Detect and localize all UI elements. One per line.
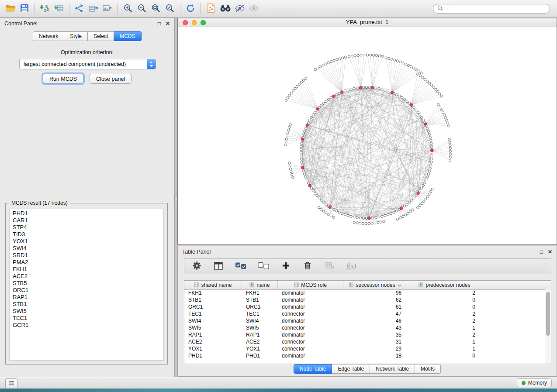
table-row[interactable]: ORC1ORC1dominator610 [184, 303, 551, 310]
mcds-result-item[interactable]: GCR1 [10, 322, 163, 329]
find-neighbors-button[interactable] [218, 2, 233, 16]
mcds-result-item[interactable]: TEC1 [10, 315, 163, 322]
mcds-result-item[interactable]: STP4 [10, 224, 163, 231]
network-view-titlebar[interactable]: YPA_prune.txt_1 [178, 18, 557, 27]
table-row[interactable]: YOX1YOX1connector291 [184, 345, 551, 352]
mcds-result-item[interactable]: PHD1 [10, 210, 163, 217]
close-table-panel-icon[interactable]: ✕ [548, 249, 552, 254]
log-console-button[interactable] [5, 378, 17, 388]
show-columns-button[interactable] [211, 259, 225, 273]
table-settings-button[interactable] [190, 259, 204, 273]
export-network-button[interactable] [73, 2, 86, 16]
style-visibility-button[interactable] [233, 2, 247, 16]
export-image-button[interactable] [100, 2, 114, 16]
table-cell: 61 [343, 303, 407, 310]
float-panel-icon[interactable]: □ [158, 21, 161, 26]
column-header-successor-nodes[interactable]: successor nodes [343, 281, 407, 289]
search-box[interactable] [433, 4, 550, 14]
save-session-button[interactable] [17, 2, 31, 16]
table-row[interactable]: TEC1TEC1connector472 [184, 310, 551, 317]
criterion-dropdown[interactable]: largest connected component (undirected) [19, 59, 156, 69]
table-row[interactable]: PHD1PHD1dominator180 [184, 352, 551, 359]
table-cell-filler [482, 289, 551, 296]
tab-edge-table[interactable]: Edge Table [332, 364, 370, 374]
tab-style[interactable]: Style [64, 31, 88, 41]
table-scrollbar[interactable] [545, 289, 551, 364]
network-canvas[interactable] [178, 27, 557, 245]
mcds-result-item[interactable]: ACE2 [10, 273, 163, 280]
zoom-out-button[interactable] [135, 2, 149, 16]
zoom-fit-button[interactable] [149, 2, 163, 16]
share-document-button[interactable] [204, 2, 218, 16]
mcds-result-item[interactable]: YOX1 [10, 238, 163, 245]
table-row[interactable]: SWI5SWI5connector431 [184, 324, 551, 331]
scrollbar-thumb[interactable] [546, 292, 550, 336]
table-panel-title: Table Panel [182, 249, 211, 255]
tab-network-table[interactable]: Network Table [370, 364, 415, 374]
tab-select[interactable]: Select [88, 31, 114, 41]
table-row[interactable]: RAP1RAP1dominator352 [184, 331, 551, 338]
mcds-result-item[interactable]: SWI5 [10, 308, 163, 315]
mcds-result-item[interactable]: ORC1 [10, 287, 163, 294]
zoom-in-button[interactable] [121, 2, 135, 16]
control-panel-title: Control Panel [4, 21, 38, 27]
column-header-shared-name[interactable]: shared name [184, 281, 242, 289]
chevron-down-icon[interactable] [398, 282, 401, 288]
delete-column-button[interactable] [301, 259, 315, 273]
function-builder-button[interactable]: f(x) [344, 259, 358, 273]
column-header-mcds-role[interactable]: MCDS role [278, 281, 343, 289]
splitter-handle[interactable] [174, 195, 177, 203]
table-row[interactable]: STB1STB1dominator620 [184, 296, 551, 303]
mcds-result-list[interactable]: PHD1CAR1STP4TID3YOX1SWI4SRD1PMA2FKH1ACE2… [9, 209, 164, 361]
mcds-buttons-row: Run MCDS Close panel [0, 74, 174, 84]
import-table-button[interactable] [52, 2, 66, 16]
close-panel-icon[interactable]: ✕ [166, 21, 170, 26]
table-row[interactable]: SWI4SWI4dominator462 [184, 317, 551, 324]
table-row[interactable]: ACE2ACE2connector311 [184, 338, 551, 345]
zoom-selected-button[interactable] [163, 2, 177, 16]
deselect-all-rows-button[interactable] [256, 259, 271, 273]
float-table-panel-icon[interactable]: □ [540, 249, 543, 254]
mcds-result-item[interactable]: RAP1 [10, 294, 163, 301]
search-input[interactable] [445, 5, 546, 12]
mcds-result-item[interactable]: SWI4 [10, 245, 163, 252]
open-file-button[interactable] [3, 2, 17, 16]
table-cell-filler [482, 317, 551, 324]
mcds-result-item[interactable]: PMA2 [10, 259, 163, 266]
refresh-layout-button[interactable] [183, 2, 197, 16]
column-header-predecessor-nodes[interactable]: predecessor nodes [407, 281, 482, 289]
zoom-selected-icon [165, 3, 175, 14]
tab-mcds[interactable]: MCDS [114, 31, 141, 41]
add-column-button[interactable] [279, 259, 293, 273]
mcds-result-item[interactable]: STB1 [10, 301, 163, 308]
run-mcds-button[interactable]: Run MCDS [43, 74, 83, 84]
import-network-button[interactable] [38, 2, 52, 16]
mcds-result-item[interactable]: TID3 [10, 231, 163, 238]
table-cell-filler [482, 345, 551, 352]
hide-elements-button[interactable] [247, 2, 261, 16]
column-header-name[interactable]: name [242, 281, 278, 289]
memory-button[interactable]: Memory [517, 378, 552, 387]
toolbar-separator [180, 3, 180, 14]
select-all-rows-button[interactable] [233, 259, 248, 273]
mcds-result-item[interactable]: FKH1 [10, 266, 163, 273]
close-panel-button[interactable]: Close panel [90, 74, 131, 84]
table-row[interactable]: FKH1FKH1dominator962 [184, 289, 551, 296]
table-cell: 0 [407, 303, 482, 310]
close-window-icon[interactable] [183, 20, 188, 25]
export-table-button[interactable] [86, 2, 100, 16]
table-cell: 1 [407, 324, 482, 331]
minimize-window-icon[interactable] [192, 20, 197, 25]
tab-node-table[interactable]: Node Table [294, 364, 332, 374]
mcds-result-item[interactable]: SRD1 [10, 252, 163, 259]
mcds-result-item[interactable]: CAR1 [10, 217, 163, 224]
table-cell: connector [278, 324, 343, 331]
maximize-window-icon[interactable] [201, 20, 206, 25]
optimization-criterion-label: Optimization criterion: [0, 49, 174, 55]
mcds-result-item[interactable]: STB5 [10, 280, 163, 287]
tab-motifs[interactable]: Motifs [415, 364, 441, 374]
table-cell: RAP1 [242, 331, 278, 338]
table-cell: dominator [278, 317, 343, 324]
tab-network[interactable]: Network [33, 31, 64, 41]
destroy-table-button[interactable] [322, 259, 336, 273]
